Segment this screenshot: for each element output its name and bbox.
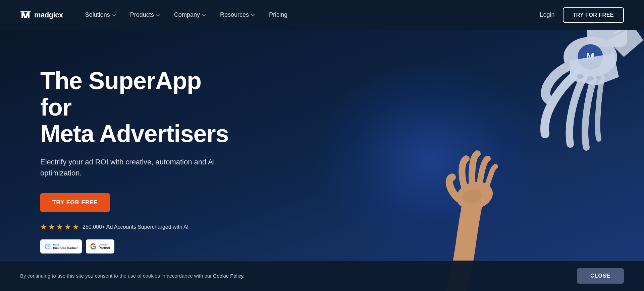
chevron-down-icon [251, 13, 255, 17]
hero-section: M [0, 0, 644, 291]
products-label: Products [130, 11, 154, 18]
solutions-label: Solutions [85, 11, 110, 18]
cookie-policy-link[interactable]: Cookie Policy. [213, 273, 245, 279]
svg-point-5 [587, 76, 594, 81]
cookie-banner: By continuing to use this site you conse… [0, 261, 644, 291]
partner-badges: Meta Business Partner Google Partner [40, 239, 235, 253]
nav-item-resources[interactable]: Resources [215, 9, 260, 21]
logo[interactable]: madgicx [20, 10, 63, 20]
chevron-down-icon [202, 13, 206, 17]
nav-item-solutions[interactable]: Solutions [80, 9, 121, 21]
login-link[interactable]: Login [540, 11, 555, 18]
meta-icon [44, 243, 51, 250]
nav-item-products[interactable]: Products [125, 9, 165, 21]
meta-badge-text: Meta Business Partner [53, 243, 78, 250]
star-rating: ★ ★ ★ ★ ★ [40, 223, 79, 231]
svg-point-7 [603, 74, 609, 78]
hero-stars-row: ★ ★ ★ ★ ★ 250,000+ Ad Accounts Superchar… [40, 223, 235, 231]
chevron-down-icon [112, 13, 116, 17]
logo-icon [20, 10, 31, 20]
svg-point-6 [596, 76, 602, 80]
nav-item-company[interactable]: Company [169, 9, 211, 21]
hero-try-free-button[interactable]: TRY FOR FREE [40, 193, 110, 212]
hero-title: The SuperApp for Meta Advertisers [40, 68, 235, 147]
hero-subtitle: Electrify your ad ROI with creative, aut… [40, 156, 235, 178]
resources-label: Resources [220, 11, 249, 18]
star-3: ★ [56, 223, 63, 231]
star-5: ★ [72, 223, 79, 231]
logo-text: madgicx [34, 11, 63, 19]
cookie-notice-text: By continuing to use this site you conse… [20, 272, 245, 280]
nav-try-free-button[interactable]: TRY FOR FREE [563, 7, 624, 23]
google-icon [90, 243, 97, 250]
star-1: ★ [40, 223, 47, 231]
google-badge-text: Google Partner [99, 243, 110, 250]
hero-content: The SuperApp for Meta Advertisers Electr… [0, 68, 235, 254]
svg-point-4 [577, 74, 584, 79]
navbar: madgicx Solutions Products Company Resou… [0, 0, 644, 30]
nav-links: Solutions Products Company Resources Pri… [80, 9, 540, 21]
star-2: ★ [48, 223, 55, 231]
company-label: Company [174, 11, 200, 18]
social-proof-text: 250,000+ Ad Accounts Supercharged with A… [83, 224, 189, 230]
cookie-close-button[interactable]: CLOSE [577, 268, 624, 284]
chevron-down-icon [156, 13, 160, 17]
nav-actions: Login TRY FOR FREE [540, 7, 624, 23]
star-4: ★ [64, 223, 71, 231]
meta-badge: Meta Business Partner [40, 239, 82, 253]
google-partner-badge: Google Partner [86, 239, 114, 253]
pricing-label: Pricing [269, 11, 287, 18]
nav-item-pricing[interactable]: Pricing [264, 9, 293, 21]
